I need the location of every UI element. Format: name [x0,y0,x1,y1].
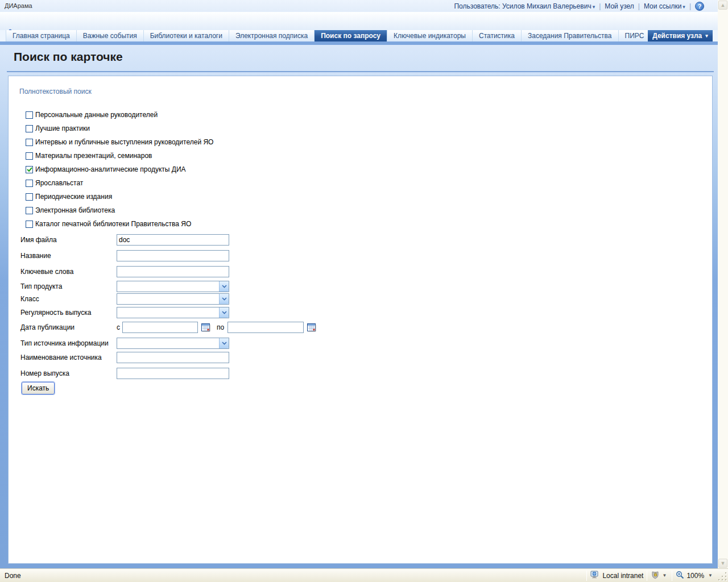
checkbox-icon [26,152,33,160]
site-header: Поиск по запросу Узел: Поиск по запросу [0,12,718,30]
keywords-label: Ключевые слова [20,268,117,276]
tab-important-events[interactable]: Важные события [77,30,144,41]
keywords-field[interactable] [117,266,229,277]
user-menu[interactable]: Пользователь: Усилов Михаил Валерьевич▾ [454,2,595,10]
zoom-level: 100% [686,572,704,580]
scroll-down-icon[interactable]: ▼ [718,559,727,568]
chevron-down-icon [219,294,229,304]
tab-home[interactable]: Главная страница [6,30,77,41]
regularity-label: Регулярность выпуска [20,309,117,317]
help-icon[interactable]: ? [695,2,704,11]
intranet-zone-icon [590,571,599,580]
page-background: Поиск по карточке Полнотекстовый поиск П… [0,45,718,568]
checkbox-interviews[interactable]: Интервью и публичные выступления руковод… [26,136,213,148]
checkbox-periodicals[interactable]: Периодические издания [26,191,112,202]
chevron-down-icon: ▾ [593,4,595,10]
tab-pirs[interactable]: ПИРС [619,30,651,41]
form-row-issue-number: Номер выпуска [20,367,229,380]
class-select[interactable] [117,293,229,305]
source-name-label: Наименование источника [20,354,117,361]
separator [647,571,647,581]
search-submit-button[interactable]: Искать [22,382,55,394]
checkbox-icon [26,207,33,214]
page-title: Поиск по карточке [14,50,123,64]
scroll-up-icon[interactable]: ▲ [718,1,727,10]
class-label: Класс [20,295,117,303]
issue-number-label: Номер выпуска [20,369,117,377]
chevron-down-icon[interactable]: ▼ [662,573,667,578]
file-name-field[interactable] [117,234,229,246]
separator: | [599,2,601,10]
status-text: Done [5,572,21,580]
zoom-control[interactable]: 100% ▼ [676,571,714,581]
product-type-label: Тип продукта [20,282,117,290]
checkbox-presentations[interactable]: Материалы презентаций, семинаров [26,150,152,161]
app-title: ДИАрама [5,2,32,9]
chevron-down-icon [219,281,229,292]
pub-date-range: с по [117,322,317,333]
checkbox-print-catalog[interactable]: Каталог печатной библиотеки Правительств… [26,218,191,230]
date-to-label: по [217,323,224,331]
chevron-down-icon: ▾ [705,33,708,39]
form-row-regularity: Регулярность выпуска [20,306,229,319]
product-type-select[interactable] [117,281,229,292]
top-navigation: Главная страница Важные события Библиоте… [0,30,718,41]
fulltext-search-link[interactable]: Полнотекстовый поиск [19,88,92,95]
search-card-panel: Полнотекстовый поиск Персональные данные… [8,76,713,564]
date-to-field[interactable] [228,322,304,333]
status-right-cluster: Local intranet ▼ 100% ▼ [583,569,728,582]
date-from-field[interactable] [122,322,198,333]
form-row-source-name: Наименование источника [20,351,229,364]
checkbox-elibrary[interactable]: Электронная библиотека [26,205,115,216]
resize-grip[interactable] [718,569,728,582]
tab-libraries[interactable]: Библиотеки и каталоги [144,30,229,41]
browser-status-bar: Done Local intranet ▼ 100% ▼ [0,568,728,582]
tab-statistics[interactable]: Статистика [473,30,522,41]
chevron-down-icon [219,307,229,318]
tab-government-sessions[interactable]: Заседания Правительства [522,30,619,41]
security-zone: Local intranet [590,571,643,580]
tab-key-indicators[interactable]: Ключевые индикаторы [387,30,473,41]
protected-mode-icon[interactable] [651,571,660,581]
form-row-title: Название [20,250,229,262]
separator: | [638,2,640,10]
chevron-down-icon: ▾ [682,4,685,10]
checkbox-icon [26,125,33,132]
chevron-down-icon: ▼ [708,573,713,578]
pub-date-label: Дата публикации [20,323,117,331]
checkbox-personal-data[interactable]: Персональные данные руководителей [26,109,158,120]
checkbox-icon [26,111,33,119]
user-menu-area: Пользователь: Усилов Михаил Валерьевич▾ … [454,2,704,11]
tab-search-by-query[interactable]: Поиск по запросу [315,30,387,41]
checkbox-icon [26,193,33,201]
checkbox-yaroslavlstat[interactable]: Ярославльстат [26,177,83,189]
divider [7,71,714,72]
source-type-select[interactable] [117,338,229,349]
source-type-label: Тип источника информации [20,339,117,347]
calendar-icon[interactable] [307,323,317,332]
calendar-icon[interactable] [201,323,211,332]
separator [586,571,587,581]
checkbox-analytic-products[interactable]: Информационно-аналитические продукты ДИА [26,164,186,175]
tab-esubscription[interactable]: Электронная подписка [229,30,315,41]
title-label: Название [20,252,117,260]
my-links-menu[interactable]: Мои ссылки▾ [644,2,685,10]
form-row-file-name: Имя файла [20,234,229,246]
checkbox-icon [26,180,33,187]
site-actions-button[interactable]: Действия узла▾ [648,30,713,41]
issue-number-field[interactable] [117,368,229,379]
title-field[interactable] [117,250,229,261]
my-site-link[interactable]: Мой узел [605,2,634,10]
form-row-class: Класс [20,293,229,305]
form-row-pub-date: Дата публикации с по [20,321,317,334]
top-user-bar: ДИАрама Пользователь: Усилов Михаил Вале… [0,0,718,12]
separator: | [689,2,691,10]
regularity-select[interactable] [117,307,229,318]
source-name-field[interactable] [117,352,229,363]
form-row-source-type: Тип источника информации [20,337,229,350]
browser-viewport: ДИАрама Пользователь: Усилов Михаил Вале… [0,0,728,582]
checkbox-best-practices[interactable]: Лучшие практики [26,123,90,134]
vertical-scrollbar[interactable]: ▲ ▼ [718,0,728,568]
form-row-keywords: Ключевые слова [20,265,229,278]
file-name-label: Имя файла [20,236,117,244]
